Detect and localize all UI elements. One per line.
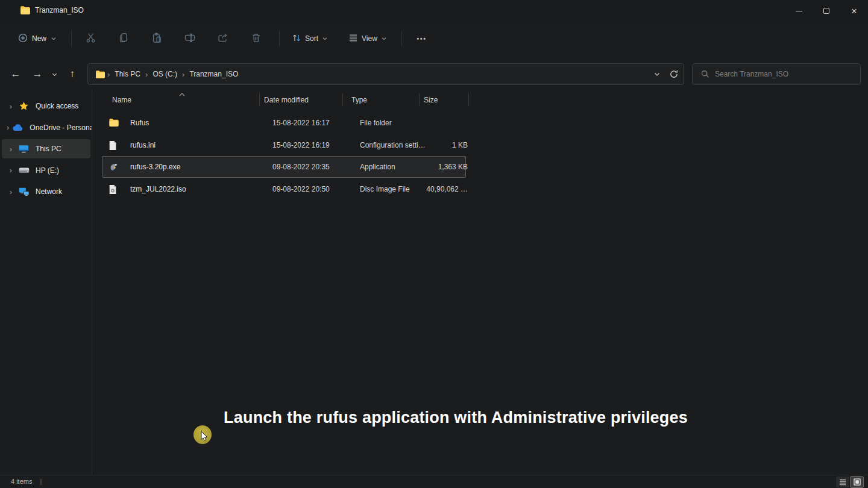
sidebar-item-onedrive-persona[interactable]: ›OneDrive - Persona [2,118,90,137]
toolbar-separator [71,31,72,46]
breadcrumb: ›This PC›OS (C:)›Tranzman_ISO [105,67,241,81]
column-separator[interactable] [468,93,469,106]
cell-name: rufus-3.20p.exe [130,163,180,171]
cursor-arrow-icon [201,431,209,442]
title-bar: Tranzman_ISO × [0,0,868,22]
sidebar-item-quick-access[interactable]: ›Quick access [2,96,90,116]
back-button[interactable]: ← [6,64,25,84]
new-button-label: New [32,34,46,43]
cell-type: Application [360,163,395,171]
sidebar-item-label: OneDrive - Persona [30,124,93,132]
cell-size: 40,90,062 … [392,185,468,193]
status-divider: | [40,478,42,485]
details-view-button[interactable] [836,477,849,487]
search-input[interactable] [715,70,854,78]
new-button[interactable]: New [12,30,63,48]
column-headers: NameDate modifiedTypeSize [92,89,868,110]
breadcrumb-item[interactable]: This PC [112,67,143,81]
cell-date: 15-08-2022 16:17 [272,119,330,127]
close-button[interactable]: × [840,0,868,22]
chevron-down-icon [381,36,387,42]
file-row[interactable]: rufus.ini15-08-2022 16:19Configuration s… [102,134,466,156]
sidebar-item-label: Network [36,187,62,196]
chevron-right-icon[interactable]: › [7,166,15,175]
maximize-icon [823,8,829,14]
column-separator[interactable] [259,93,260,106]
sidebar-item-this-pc[interactable]: ›This PC [2,139,90,158]
file-row[interactable]: rufus-3.20p.exe09-08-2022 20:35Applicati… [102,156,466,178]
trash-icon [251,33,261,45]
item-count: 4 items [11,478,32,485]
column-separator[interactable] [419,93,420,106]
cell-name: Rufus [130,119,149,127]
breadcrumb-item[interactable]: OS (C:) [149,67,180,81]
share-icon [218,33,228,45]
window-title: Tranzman_ISO [35,6,84,14]
see-more-button[interactable]: ••• [410,28,433,49]
sidebar-item-network[interactable]: ›Network [2,182,90,201]
address-dropdown-chevron-icon[interactable] [653,70,661,78]
minimize-icon [796,11,802,11]
column-header-date-modified[interactable]: Date modified [264,96,309,104]
exe-file-icon [108,162,119,172]
cell-name: tzm_JUL2022.iso [130,185,186,193]
maximize-button[interactable] [813,0,840,22]
file-row[interactable]: Rufus15-08-2022 16:17File folder [102,112,466,134]
view-button[interactable]: View [344,30,392,48]
column-header-type[interactable]: Type [351,96,367,104]
view-lines-icon [348,33,358,45]
paste-icon [152,33,162,45]
caption-text: Launch the rufus application with Admini… [22,408,868,427]
large-icons-view-button[interactable] [851,477,863,487]
sidebar-item-label: HP (E:) [36,166,59,175]
sort-ascending-indicator [178,89,186,99]
plus-circle-icon [18,33,28,45]
address-bar[interactable]: ›This PC›OS (C:)›Tranzman_ISO [87,63,684,85]
cell-size: 1 KB [392,141,468,149]
cell-name: rufus.ini [130,141,156,149]
rename-button[interactable] [178,28,201,49]
copy-button[interactable] [112,28,135,49]
file-row[interactable]: tzm_JUL2022.iso09-08-2022 20:50Disc Imag… [102,178,466,200]
large-icons-view-icon [854,478,861,486]
delete-button[interactable] [245,28,268,49]
chevron-right-icon[interactable]: › [7,187,15,196]
status-bar: 4 items | [0,475,868,488]
paste-button[interactable] [145,28,168,49]
column-separator[interactable] [342,93,343,106]
view-button-label: View [362,34,377,43]
breadcrumb-separator-icon: › [105,70,112,79]
star-icon [19,101,30,111]
recent-locations-button[interactable] [47,64,61,84]
ini-file-icon [108,140,119,151]
chevron-down-icon [322,36,328,42]
forward-button[interactable]: → [28,64,47,84]
sort-button[interactable]: Sort [287,30,333,48]
sidebar-item-label: This PC [36,145,61,153]
toolbar-separator [279,31,280,46]
share-button[interactable] [212,28,234,49]
sidebar-item-hp-e-[interactable]: ›HP (E:) [2,161,90,180]
column-header-name[interactable]: Name [112,96,131,104]
folder-icon [95,70,105,79]
chevron-down-icon [51,36,57,42]
cut-button[interactable] [79,28,102,49]
cell-type: File folder [360,119,392,127]
breadcrumb-item[interactable]: Tranzman_ISO [186,67,241,81]
chevron-right-icon[interactable]: › [7,123,9,132]
up-button[interactable]: ↑ [63,64,82,84]
details-view-icon [839,479,846,486]
breadcrumb-separator-icon: › [180,70,186,79]
chevron-right-icon[interactable]: › [7,102,15,111]
search-box[interactable] [692,63,861,85]
refresh-icon[interactable] [669,69,679,79]
folder-icon [20,5,31,15]
close-icon: × [851,6,857,16]
ellipsis-icon: ••• [417,36,427,42]
minimize-button[interactable] [785,0,813,22]
scissors-icon [86,33,96,45]
column-header-size[interactable]: Size [424,96,438,104]
sort-arrows-icon [292,33,301,45]
chevron-right-icon[interactable]: › [7,145,15,154]
cell-date: 15-08-2022 16:19 [272,141,330,149]
